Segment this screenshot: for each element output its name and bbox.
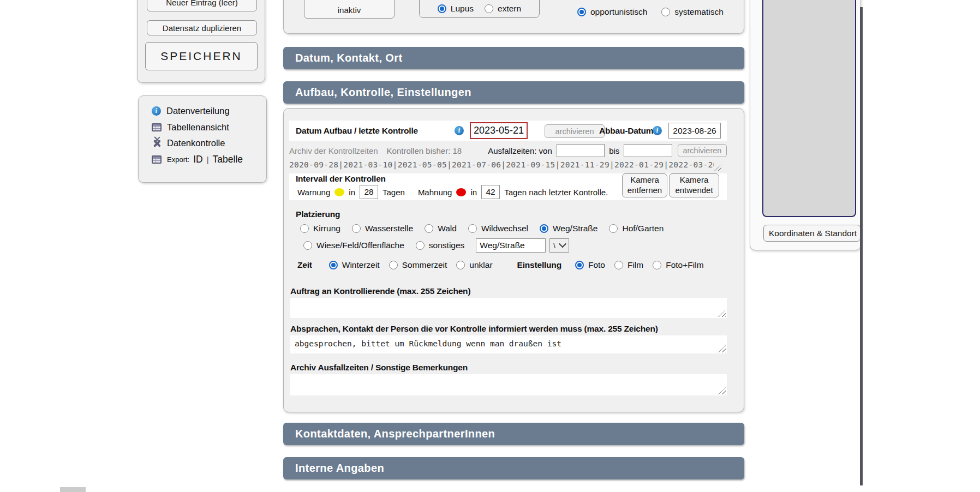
interval-row: Warnung in 28 Tagen Mahnung in 42 Tagen … [297, 185, 608, 199]
menu-item-datenverteilung[interactable]: i Datenverteilung [139, 103, 266, 119]
radio-option-systematisch[interactable]: systematisch [661, 7, 724, 17]
radio-label: Hof/Garten [622, 224, 664, 233]
chevron-down-icon [559, 240, 566, 248]
radio-option-extern[interactable]: extern [485, 4, 521, 14]
inactive-button[interactable]: inaktiv [304, 0, 395, 19]
radio-option-lupus[interactable]: Lupus [438, 4, 474, 14]
menu-item-tabellenansicht[interactable]: Tabellenansicht [139, 119, 266, 136]
save-button[interactable]: SPEICHERN [145, 42, 258, 70]
radio-label: Lupus [451, 4, 474, 14]
radio-selected-icon [438, 4, 446, 13]
export-prefix: Export: [167, 155, 189, 164]
downtime-archive-button[interactable]: archivieren [678, 144, 727, 157]
control-archive-link[interactable]: Archiv der Kontrollzeiten [289, 146, 378, 155]
radio-label: systematisch [674, 7, 724, 17]
radio-option-wald[interactable]: Wald [425, 224, 457, 233]
radio-label: extern [498, 4, 521, 14]
radio-label: Wald [438, 224, 457, 233]
setup-date-label: Datum Aufbau / letzte Kontrolle [296, 126, 418, 136]
radio-icon [661, 8, 670, 16]
info-icon[interactable]: i [653, 126, 662, 135]
control-count: Kontrollen bisher: 18 [387, 146, 462, 155]
radio-option-sommerzeit[interactable]: Sommerzeit [389, 260, 447, 270]
menu-item-label: Datenkontrolle [167, 138, 225, 148]
tagen-label: Tagen [383, 188, 405, 197]
radio-icon [609, 224, 618, 233]
mode-radio-group: opportunistisch systematisch [577, 7, 724, 17]
section-bar-aufbau[interactable]: Aufbau, Kontrolle, Einstellungen [283, 81, 744, 104]
radio-icon [303, 241, 312, 250]
downtime-label: Ausfallzeiten: von [488, 146, 552, 155]
radio-option-wasserstelle[interactable]: Wasserstelle [352, 224, 413, 233]
camera-stolen-button[interactable]: Kamera entwendet [669, 173, 719, 197]
placement-title: Platzierung [296, 209, 340, 219]
section-bar-interne-angaben[interactable]: Interne Angaben [283, 457, 744, 479]
export-separator: | [207, 155, 209, 164]
reminder-dot-icon [456, 188, 466, 196]
radio-icon [456, 261, 465, 269]
page: Neuer Eintrag (leer) Datensatz duplizier… [0, 0, 980, 492]
radio-option-kirrung[interactable]: Kirrung [300, 224, 340, 233]
radio-icon [389, 261, 398, 269]
export-table-link[interactable]: Tabelle [213, 154, 243, 165]
window-edge-bar [860, 7, 863, 485]
radio-label: Wildwechsel [481, 224, 528, 233]
scrollbar-corner [60, 487, 86, 492]
placement-dropdown[interactable]: \ [549, 238, 569, 253]
tagen-after-label: Tagen nach letzter Kontrolle. [504, 188, 608, 197]
radio-label: sonstiges [429, 241, 464, 250]
radio-option-wiese-feld[interactable]: Wiese/Feld/Offenfläche [303, 241, 404, 250]
absprachen-textarea[interactable]: abgesprochen, bittet um Rückmeldung wenn… [290, 335, 727, 353]
history-row: Archiv der Kontrollzeiten Kontrollen bis… [289, 143, 727, 158]
zeit-label: Zeit [297, 260, 312, 270]
radio-option-film[interactable]: Film [614, 260, 643, 270]
radio-option-hof-garten[interactable]: Hof/Garten [609, 224, 664, 233]
radio-option-sonstiges[interactable]: sonstiges [416, 241, 464, 250]
coordinates-location-button[interactable]: Koordinaten & Standort [763, 225, 861, 242]
radio-option-winterzeit[interactable]: Winterzeit [329, 260, 380, 270]
radio-option-opportunistisch[interactable]: opportunistisch [577, 7, 647, 17]
duplicate-record-button[interactable]: Datensatz duplizieren [147, 20, 257, 35]
radio-selected-icon [575, 261, 584, 269]
export-id-link[interactable]: ID [193, 154, 203, 165]
radio-icon [485, 4, 493, 13]
radio-option-unklar[interactable]: unklar [456, 260, 492, 270]
info-icon[interactable]: i [455, 126, 464, 135]
archiv-bemerkungen-textarea[interactable] [290, 374, 727, 395]
menu-item-label: Tabellenansicht [167, 122, 229, 133]
radio-option-foto[interactable]: Foto [575, 260, 605, 270]
menu-item-datenkontrolle[interactable]: Datenkontrolle [139, 135, 266, 152]
radio-option-wildwechsel[interactable]: Wildwechsel [468, 224, 528, 233]
right-map-panel: Koordinaten & Standort [750, 0, 861, 250]
auftrag-textarea[interactable] [290, 298, 727, 318]
left-toolbar-panel: Neuer Eintrag (leer) Datensatz duplizier… [137, 0, 265, 83]
auftrag-label: Auftrag an Kontrollierende (max. 255 Zei… [290, 286, 470, 296]
table-icon [152, 155, 162, 164]
section-bar-datum-kontakt-ort[interactable]: Datum, Kontakt, Ort [283, 47, 744, 69]
setup-archive-button[interactable]: archivieren [545, 124, 605, 138]
warning-label: Warnung [297, 188, 330, 197]
setup-date-input[interactable]: 2023-05-21 [470, 122, 528, 139]
table-icon [152, 123, 162, 131]
zeit-einstellung-row: Zeit Winterzeit Sommerzeit unklar Einste… [297, 260, 704, 270]
warning-days-input[interactable]: 28 [360, 185, 378, 199]
new-entry-button[interactable]: Neuer Eintrag (leer) [147, 0, 257, 11]
menu-item-export[interactable]: Export: ID | Tabelle [139, 152, 266, 168]
camera-remove-button[interactable]: Kamera entfernen [622, 173, 667, 197]
top-status-panel: inaktiv Lupus extern opportunistisch sys… [283, 0, 744, 34]
placement-other-input[interactable]: Weg/Straße [476, 238, 546, 253]
downtime-from-input[interactable] [557, 144, 605, 157]
absprachen-label: Absprachen, Kontakt der Person die vor K… [290, 324, 658, 334]
teardown-date-input[interactable]: 2023-08-26 [668, 123, 721, 139]
radio-option-foto-film[interactable]: Foto+Film [653, 260, 703, 270]
radio-option-weg-strasse[interactable]: Weg/Straße [540, 224, 597, 233]
einstellung-label: Einstellung [517, 260, 561, 270]
reminder-days-input[interactable]: 42 [481, 185, 500, 199]
downtime-to-input[interactable] [624, 144, 672, 157]
in-label: in [470, 188, 477, 197]
placement-row-2: Wiese/Feld/Offenfläche sonstiges Weg/Str… [303, 238, 569, 253]
radio-icon [614, 261, 623, 269]
archiv-bemerkungen-label: Archiv Ausfallzeiten / Sonstige Bemerkun… [290, 363, 468, 373]
radio-icon [468, 224, 477, 233]
section-bar-kontaktdaten[interactable]: Kontaktdaten, AnsprechpartnerInnen [283, 423, 744, 445]
